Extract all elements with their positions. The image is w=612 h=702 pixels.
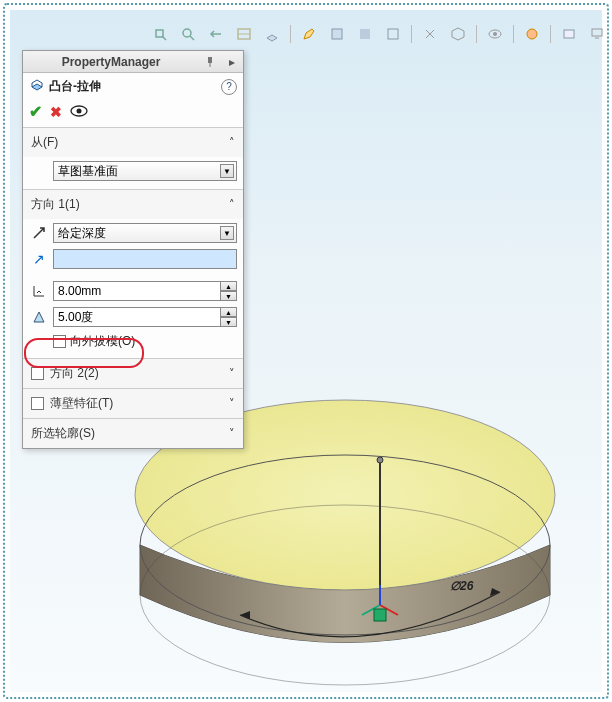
svg-point-21 bbox=[377, 457, 383, 463]
end-condition-select[interactable]: 给定深度 ▼ bbox=[53, 223, 237, 243]
direction1-label: 方向 1(1) bbox=[31, 196, 229, 213]
direction-arrow-icon[interactable]: ↗ bbox=[29, 249, 49, 269]
direction2-group: 方向 2(2) ˅ bbox=[23, 358, 243, 388]
shaded-icon[interactable] bbox=[355, 24, 375, 44]
feature-row: 凸台-拉伸 ? bbox=[23, 73, 243, 100]
thin-group: 薄壁特征(T) ˅ bbox=[23, 388, 243, 418]
svg-line-3 bbox=[190, 36, 194, 40]
view-toolbar bbox=[150, 22, 607, 46]
spin-up[interactable]: ▲ bbox=[221, 281, 237, 291]
thin-label: 薄壁特征(T) bbox=[50, 395, 229, 412]
wireframe-icon[interactable] bbox=[383, 24, 403, 44]
depth-icon bbox=[29, 281, 49, 301]
dropdown-icon[interactable]: ▼ bbox=[220, 164, 234, 178]
toolbar-separator bbox=[476, 25, 477, 43]
chevron-up-icon: ˄ bbox=[229, 136, 235, 149]
direction1-header[interactable]: 方向 1(1) ˄ bbox=[23, 190, 243, 219]
draft-angle-icon[interactable] bbox=[29, 307, 49, 327]
draft-spinner[interactable]: ▲▼ bbox=[53, 307, 237, 327]
help-icon[interactable]: ? bbox=[221, 79, 237, 95]
from-header[interactable]: 从(F) ˄ bbox=[23, 128, 243, 157]
appearance-icon[interactable] bbox=[522, 24, 542, 44]
svg-rect-0 bbox=[156, 30, 163, 37]
hide-show-icon[interactable] bbox=[420, 24, 440, 44]
shaded-edges-icon[interactable] bbox=[327, 24, 347, 44]
draft-input[interactable] bbox=[53, 307, 221, 327]
spin-up[interactable]: ▲ bbox=[221, 307, 237, 317]
view-cube-icon[interactable] bbox=[448, 24, 468, 44]
extrude-feature-icon bbox=[29, 77, 45, 96]
toolbar-separator bbox=[290, 25, 291, 43]
direction-selection-box[interactable] bbox=[53, 249, 237, 269]
direction1-group: 方向 1(1) ˄ 给定深度 ▼ ↗ bbox=[23, 189, 243, 358]
panel-title: PropertyManager bbox=[23, 55, 199, 69]
chevron-down-icon: ˅ bbox=[229, 427, 235, 440]
toolbar-separator bbox=[411, 25, 412, 43]
svg-point-29 bbox=[77, 108, 82, 113]
dropdown-icon[interactable]: ▼ bbox=[220, 226, 234, 240]
svg-point-10 bbox=[493, 32, 497, 36]
end-condition-value: 给定深度 bbox=[58, 225, 106, 242]
chevron-down-icon: ˅ bbox=[229, 397, 235, 410]
svg-point-11 bbox=[527, 29, 537, 39]
spin-down[interactable]: ▼ bbox=[221, 317, 237, 327]
svg-rect-26 bbox=[208, 57, 212, 63]
svg-line-1 bbox=[162, 36, 166, 40]
direction2-label: 方向 2(2) bbox=[50, 365, 229, 382]
panel-header: PropertyManager ▸ bbox=[23, 51, 243, 73]
contours-group: 所选轮廓(S) ˅ bbox=[23, 418, 243, 448]
svg-rect-13 bbox=[592, 29, 602, 36]
svg-rect-7 bbox=[360, 29, 370, 39]
outward-draft-label: 向外拔模(O) bbox=[70, 333, 135, 350]
dimension-label: ∅26 bbox=[450, 579, 474, 593]
thin-header[interactable]: 薄壁特征(T) ˅ bbox=[23, 389, 243, 418]
outward-draft-row[interactable]: 向外拔模(O) bbox=[29, 333, 237, 350]
direction2-checkbox[interactable] bbox=[31, 367, 44, 380]
contours-label: 所选轮廓(S) bbox=[31, 425, 229, 442]
svg-rect-25 bbox=[374, 609, 386, 621]
feature-name: 凸台-拉伸 bbox=[49, 78, 221, 95]
ok-button[interactable]: ✔ bbox=[29, 102, 42, 121]
from-group: 从(F) ˄ 草图基准面 ▼ bbox=[23, 127, 243, 189]
svg-point-2 bbox=[183, 29, 191, 37]
reverse-direction-icon[interactable] bbox=[29, 223, 49, 243]
svg-rect-8 bbox=[388, 29, 398, 39]
svg-rect-6 bbox=[332, 29, 342, 39]
cancel-button[interactable]: ✖ bbox=[50, 104, 62, 120]
chevron-down-icon: ˅ bbox=[229, 367, 235, 380]
prev-view-icon[interactable] bbox=[206, 24, 226, 44]
depth-input[interactable] bbox=[53, 281, 221, 301]
toolbar-separator bbox=[513, 25, 514, 43]
spin-down[interactable]: ▼ bbox=[221, 291, 237, 301]
visibility-icon[interactable] bbox=[485, 24, 505, 44]
property-manager-panel: PropertyManager ▸ 凸台-拉伸 ? ✔ ✖ 从(F) ˄ bbox=[22, 50, 244, 449]
from-start-value: 草图基准面 bbox=[58, 163, 118, 180]
pin-icon[interactable] bbox=[201, 53, 219, 71]
section-view-icon[interactable] bbox=[234, 24, 254, 44]
outward-draft-checkbox[interactable] bbox=[53, 335, 66, 348]
svg-rect-12 bbox=[564, 30, 574, 38]
thin-checkbox[interactable] bbox=[31, 397, 44, 410]
app-stage: ∅26 PropertyManager ▸ 凸台-拉伸 ? bbox=[0, 0, 612, 702]
from-label: 从(F) bbox=[31, 134, 229, 151]
from-start-select[interactable]: 草图基准面 ▼ bbox=[53, 161, 237, 181]
zoom-area-icon[interactable] bbox=[178, 24, 198, 44]
display-style-icon[interactable] bbox=[262, 24, 282, 44]
zoom-fit-icon[interactable] bbox=[150, 24, 170, 44]
toolbar-separator bbox=[550, 25, 551, 43]
preview-icon[interactable] bbox=[70, 104, 88, 120]
confirm-row: ✔ ✖ bbox=[23, 100, 243, 127]
pencil-icon[interactable] bbox=[299, 24, 319, 44]
graphics-viewport[interactable]: ∅26 PropertyManager ▸ 凸台-拉伸 ? bbox=[10, 10, 602, 692]
collapse-icon[interactable]: ▸ bbox=[223, 53, 241, 71]
monitor-icon[interactable] bbox=[587, 24, 607, 44]
scene-icon[interactable] bbox=[559, 24, 579, 44]
contours-header[interactable]: 所选轮廓(S) ˅ bbox=[23, 419, 243, 448]
chevron-up-icon: ˄ bbox=[229, 198, 235, 211]
depth-spinner[interactable]: ▲▼ bbox=[53, 281, 237, 301]
direction2-header[interactable]: 方向 2(2) ˅ bbox=[23, 359, 243, 388]
